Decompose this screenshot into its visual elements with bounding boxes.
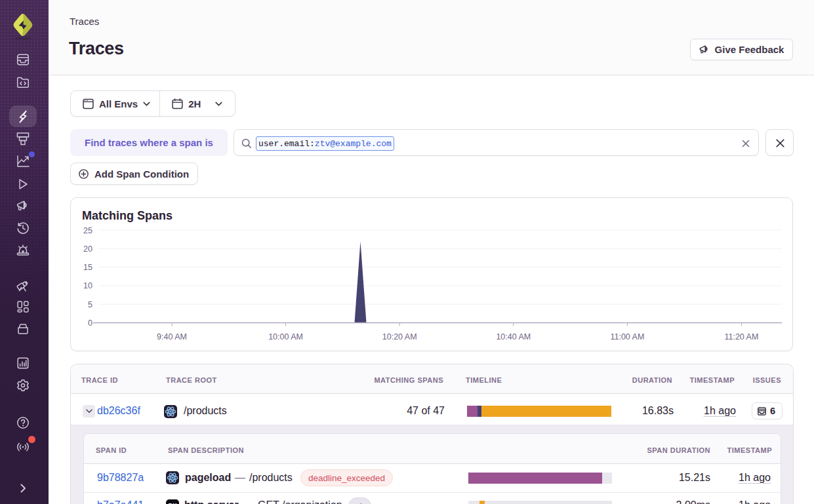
svg-text:5: 5 bbox=[88, 300, 92, 309]
svg-text:11:20 AM: 11:20 AM bbox=[724, 332, 758, 341]
svg-text:10: 10 bbox=[83, 281, 92, 290]
svg-text:20: 20 bbox=[83, 244, 92, 254]
svg-text:10:00 AM: 10:00 AM bbox=[268, 332, 303, 341]
svg-text:10:20 AM: 10:20 AM bbox=[382, 332, 417, 341]
svg-text:0: 0 bbox=[88, 319, 92, 328]
svg-text:25: 25 bbox=[83, 226, 92, 235]
svg-text:15: 15 bbox=[83, 263, 92, 272]
svg-text:11:00 AM: 11:00 AM bbox=[610, 332, 644, 341]
svg-text:10:40 AM: 10:40 AM bbox=[496, 332, 531, 341]
svg-text:9:40 AM: 9:40 AM bbox=[157, 332, 187, 341]
